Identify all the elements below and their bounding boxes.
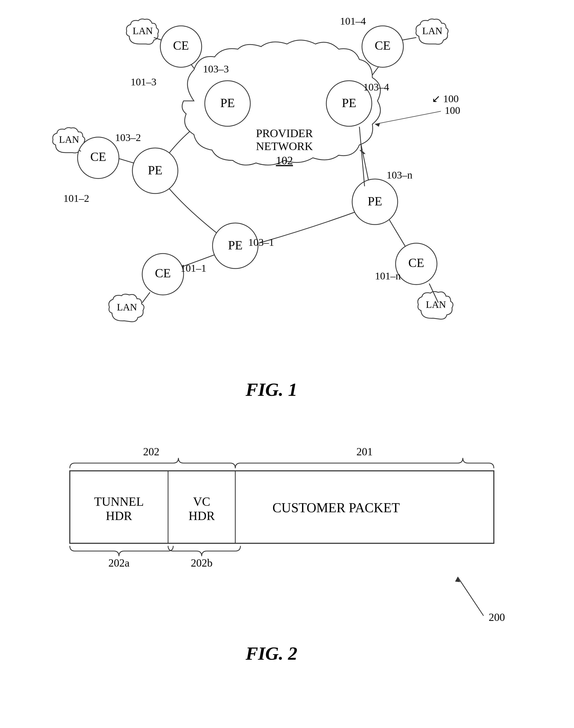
cloud-lan3: LAN — [126, 19, 159, 44]
svg-line-29 — [402, 38, 416, 40]
svg-text:HDR: HDR — [189, 509, 215, 523]
label-103-3: 103–3 — [203, 63, 229, 75]
svg-text:CE: CE — [173, 39, 189, 52]
label-101-3: 101–3 — [131, 76, 156, 88]
label-101-2: 101–2 — [63, 192, 89, 204]
brace-label-202b: 202b — [191, 557, 212, 569]
svg-line-25 — [375, 111, 441, 124]
page: LAN LAN LAN LAN LAN PROVIDER NETWORK 102 — [0, 0, 574, 728]
fig1-diagram: LAN LAN LAN LAN LAN PROVIDER NETWORK 102 — [39, 10, 530, 414]
fig1-title: FIG. 1 — [245, 379, 297, 400]
ref-200: 200 — [489, 611, 505, 623]
svg-text:PROVIDER: PROVIDER — [256, 127, 313, 140]
svg-text:LAN: LAN — [426, 299, 446, 310]
vc-hdr-label: VC — [193, 495, 210, 508]
svg-text:PE: PE — [228, 238, 243, 252]
tunnel-hdr-label: TUNNEL — [94, 495, 144, 508]
svg-text:CE: CE — [375, 39, 391, 52]
brace-label-202a: 202a — [108, 557, 129, 569]
label-103-n: 103–n — [386, 169, 412, 181]
svg-text:PE: PE — [342, 96, 356, 110]
svg-text:HDR: HDR — [106, 509, 132, 523]
label-101-4: 101–4 — [340, 15, 366, 27]
svg-text:↙ 100: ↙ 100 — [432, 93, 459, 105]
svg-text:CE: CE — [90, 150, 106, 163]
customer-packet-label: CUSTOMER PACKET — [273, 500, 400, 515]
svg-text:CE: CE — [155, 266, 171, 280]
svg-text:LAN: LAN — [133, 25, 153, 36]
cloud-lan1: LAN — [109, 294, 144, 322]
label-100: 100 — [445, 105, 460, 116]
label-103-2: 103–2 — [115, 132, 141, 143]
svg-text:PE: PE — [220, 96, 235, 110]
cloud-lan4: LAN — [416, 19, 448, 44]
svg-text:LAN: LAN — [422, 25, 442, 36]
label-101-1: 101–1 — [180, 262, 206, 274]
svg-text:CE: CE — [408, 256, 424, 270]
fig2-diagram: 202 201 TUNNEL HDR VC HDR CUSTOMER PACKE… — [39, 435, 530, 693]
svg-line-42 — [458, 577, 484, 616]
label-101-n: 101–n — [375, 270, 401, 282]
svg-text:LAN: LAN — [59, 134, 79, 145]
fig2-title: FIG. 2 — [245, 643, 297, 664]
svg-text:LAN: LAN — [117, 302, 137, 312]
svg-text:PE: PE — [368, 194, 382, 208]
svg-text:PE: PE — [148, 163, 162, 177]
brace-label-202: 202 — [143, 446, 160, 458]
brace-label-201: 201 — [357, 446, 373, 458]
label-103-4: 103–4 — [363, 81, 389, 93]
svg-text:102: 102 — [276, 154, 293, 167]
svg-line-31 — [142, 292, 150, 303]
svg-text:NETWORK: NETWORK — [256, 140, 313, 153]
label-103-1: 103–1 — [248, 236, 274, 248]
